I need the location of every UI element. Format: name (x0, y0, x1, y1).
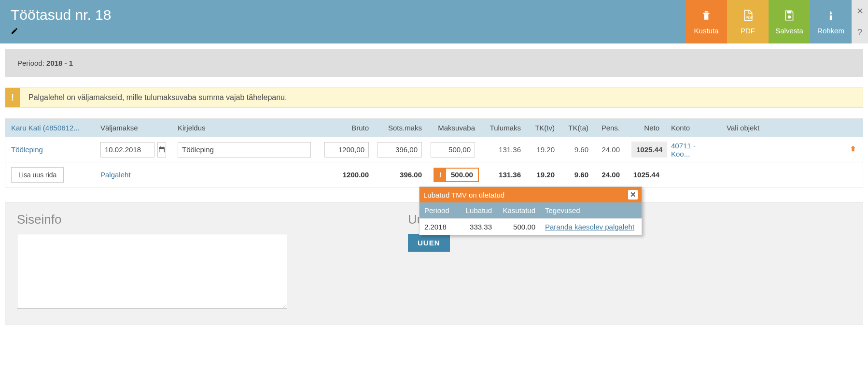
popup-lubatud: 333.33 (458, 219, 497, 235)
uuend-button[interactable]: UUEN (408, 234, 450, 252)
popup-row: 2.2018 333.33 500.00 Paranda käesolev pa… (420, 218, 642, 235)
th-tulu: Tulumaks (481, 119, 527, 137)
save-label: Salvesta (775, 27, 803, 35)
help-button[interactable]: ? (852, 22, 868, 43)
payroll-table: Karu Kati (4850612... Väljamakse Kirjeld… (5, 118, 863, 187)
svg-text:PDF: PDF (746, 15, 754, 19)
page-header: Töötasud nr. 18 Kustuta PDF PDF Salvesta… (0, 0, 868, 43)
th-bruto: Bruto (317, 119, 375, 137)
popup-close-icon[interactable]: ✕ (628, 190, 638, 200)
maksuvaba-warning[interactable]: ! 500.00 (434, 168, 479, 182)
palgaleht-link[interactable]: Palgaleht (95, 166, 172, 184)
row-neto: 1025.44 (631, 142, 667, 157)
period-value: 2018 - 1 (46, 59, 73, 67)
siseinfo-textarea[interactable] (17, 234, 287, 309)
row-tkta: 9.60 (560, 141, 594, 158)
delete-label: Kustuta (694, 27, 719, 35)
close-button[interactable]: ✕ (852, 0, 868, 22)
popup-fix-link[interactable]: Paranda käesolev palgaleht (540, 219, 642, 235)
foot-tkta: 9.60 (560, 166, 594, 184)
th-maks: Maksuvaba (428, 119, 481, 137)
popup-th-tegevused: Tegevused (540, 202, 642, 218)
foot-sots: 396.00 (375, 166, 428, 184)
more-button[interactable]: Rohkem (810, 0, 852, 43)
date-input[interactable] (100, 142, 154, 157)
table-row: Tööleping 131.36 19.20 9.60 24.00 1025.4… (5, 137, 863, 162)
table-footer: Lisa uus rida Palgaleht 1200.00 396.00 !… (5, 162, 863, 187)
row-tulu: 131.36 (481, 141, 527, 158)
th-neto: Neto (626, 119, 665, 137)
calendar-icon[interactable] (157, 142, 166, 157)
bruto-input[interactable] (324, 142, 369, 157)
foot-tktv: 19.20 (527, 166, 560, 184)
th-tktv: TK(tv) (527, 119, 560, 137)
popup-header: Periood Lubatud Kasutatud Tegevused (420, 202, 642, 218)
foot-pens: 24.00 (594, 166, 626, 184)
warning-alert: ! Palgalehel on väljamakseid, mille tulu… (5, 87, 863, 108)
maks-input[interactable] (431, 142, 475, 157)
row-pens: 24.00 (594, 141, 626, 158)
popup-kasutatud: 500.00 (497, 219, 540, 235)
siseinfo-title: Siseinfo (17, 212, 287, 227)
row-contract-link[interactable]: Tööleping (5, 141, 95, 158)
th-employee[interactable]: Karu Kati (4850612... (5, 119, 95, 137)
popup-period: 2.2018 (420, 219, 458, 235)
row-delete-icon[interactable] (843, 140, 863, 159)
period-label: Periood: (17, 59, 44, 67)
popup-title-text: Lubatud TMV on ületatud (423, 191, 504, 199)
th-desc: Kirjeldus (172, 119, 317, 137)
delete-button[interactable]: Kustuta (686, 0, 727, 43)
warning-bang-icon: ! (434, 169, 446, 181)
popup-th-period: Periood (420, 202, 458, 218)
th-vali: Vali objekt (721, 119, 863, 137)
more-label: Rohkem (817, 27, 844, 35)
save-button[interactable]: Salvesta (769, 0, 810, 43)
foot-maks: 500.00 (446, 171, 478, 179)
pdf-button[interactable]: PDF PDF (727, 0, 769, 43)
svg-point-2 (788, 15, 791, 19)
desc-input[interactable] (178, 142, 311, 157)
foot-bruto: 1200.00 (317, 166, 375, 184)
foot-neto: 1025.44 (626, 166, 665, 184)
popup-th-lubatud: Lubatud (458, 202, 497, 218)
popup-th-kasutatud: Kasutatud (497, 202, 540, 218)
th-tkta: TK(ta) (560, 119, 594, 137)
th-payout: Väljamakse (95, 119, 172, 137)
tmv-popup: Lubatud TMV on ületatud ✕ Periood Lubatu… (419, 186, 642, 235)
page-title: Töötasud nr. 18 (11, 7, 675, 23)
edit-icon[interactable] (11, 28, 18, 36)
warning-text: Palgalehel on väljamakseid, mille tuluma… (28, 93, 287, 102)
table-header: Karu Kati (4850612... Väljamakse Kirjeld… (5, 119, 863, 137)
warning-icon: ! (5, 88, 20, 107)
pdf-label: PDF (741, 27, 755, 35)
row-tktv: 19.20 (527, 141, 560, 158)
add-row-button[interactable]: Lisa uus rida (11, 167, 64, 183)
svg-rect-1 (787, 11, 792, 13)
period-bar: Periood: 2018 - 1 (5, 49, 863, 77)
th-sots: Sots.maks (375, 119, 428, 137)
th-konto: Konto (665, 119, 721, 137)
row-konto-link[interactable]: 40711 - Koo... (665, 137, 721, 163)
sots-input[interactable] (378, 142, 422, 157)
th-pens: Pens. (594, 119, 626, 137)
foot-tulu: 131.36 (481, 166, 527, 184)
